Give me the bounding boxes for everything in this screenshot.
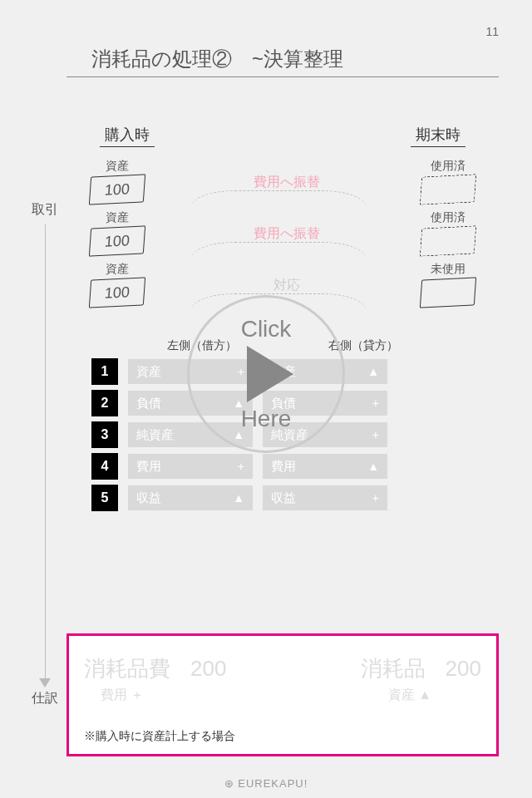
col-head-purchase: 購入時 — [100, 125, 155, 147]
asset-label: 資産 — [90, 159, 145, 174]
play-icon — [247, 346, 293, 402]
journal-sub-row: 費用 ＋ 資産 ▲ — [84, 683, 481, 704]
timeline-line — [45, 224, 46, 680]
journal-entry-box: 消耗品費 200 消耗品 200 費用 ＋ 資産 ▲ ※購入時に資産計上する場合 — [66, 633, 499, 756]
transfer-arrow-icon — [191, 242, 366, 275]
timeline-arrow-icon — [39, 678, 51, 687]
col-head-periodend: 期末時 — [411, 125, 466, 147]
journal-credit-amount: 200 — [446, 656, 481, 682]
coupon-dashed-icon — [420, 174, 476, 204]
asset-right-group: 使用済 使用済 未使用 — [421, 154, 475, 313]
row-number: 5 — [91, 485, 118, 511]
coupon-empty-icon — [420, 277, 476, 308]
coupon-dashed-icon — [420, 225, 476, 256]
asset-label: 資産 — [90, 210, 145, 225]
page-title: 消耗品の処理② ~決算整理 — [91, 46, 343, 72]
credit-cell: 費用▲ — [263, 454, 387, 479]
transfer-label: 対応 — [212, 277, 362, 294]
debit-cell: 収益▲ — [128, 485, 253, 510]
footer-brand: ⊕ EUREKAPU! — [0, 777, 532, 790]
play-text-top: Click — [241, 316, 292, 342]
journal-row: 消耗品費 200 消耗品 200 — [84, 646, 481, 683]
journal-credit: 消耗品 200 — [361, 654, 481, 683]
title-rule — [66, 76, 499, 77]
asset-label: 未使用 — [421, 262, 475, 277]
page-number: 11 — [485, 25, 499, 38]
side-label-shiwake: 仕訳 — [32, 690, 58, 707]
journal-debit-account: 消耗品費 — [84, 654, 170, 683]
journal-debit-sub: 費用 ＋ — [101, 687, 144, 704]
row-number: 1 — [91, 358, 118, 385]
transfer-label: 費用へ振替 — [212, 174, 362, 191]
play-text-bottom: Here — [241, 406, 292, 432]
coupon-icon: 100 — [89, 225, 145, 256]
journal-credit-account: 消耗品 — [361, 654, 426, 683]
journal-note: ※購入時に資産計上する場合 — [84, 729, 481, 744]
play-button[interactable]: Click Here — [187, 295, 345, 453]
asset-label: 資産 — [90, 262, 145, 277]
coupon-icon: 100 — [89, 277, 145, 308]
transfer-arrow-icon — [191, 190, 366, 224]
coupon-icon: 100 — [89, 174, 145, 204]
credit-cell: 収益+ — [263, 485, 387, 510]
journal-credit-sub: 資産 ▲ — [388, 687, 431, 704]
debit-cell: 費用+ — [128, 454, 253, 479]
column-headers: 購入時 期末時 — [66, 125, 499, 147]
row-number: 2 — [91, 390, 118, 416]
side-label-torihiki: 取引 — [32, 201, 58, 219]
asset-left-group: 資産 100 資産 100 資産 100 — [90, 154, 145, 313]
asset-label: 使用済 — [421, 159, 475, 174]
transfer-label: 費用へ振替 — [212, 225, 362, 243]
row-number: 4 — [91, 453, 118, 480]
row-number: 3 — [91, 421, 118, 448]
journal-debit-amount: 200 — [190, 656, 226, 682]
table-row: 4 費用+ 費用▲ — [91, 453, 499, 480]
journal-debit: 消耗品費 200 — [84, 654, 226, 683]
asset-label: 使用済 — [421, 210, 475, 225]
table-row: 5 収益▲ 収益+ — [91, 485, 499, 511]
